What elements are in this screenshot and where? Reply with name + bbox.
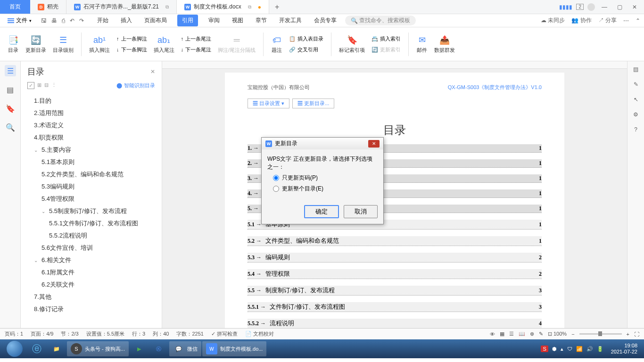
toc-item[interactable]: 8.修订记录 — [25, 303, 158, 315]
search-icon[interactable]: 🔍 — [5, 122, 16, 133]
doc-toc-row[interactable]: 5.2 →文件类型、编码和命名规范1 — [248, 236, 542, 246]
zoom-in[interactable]: + — [627, 331, 629, 337]
battery-icon[interactable]: 🔋 — [597, 346, 603, 352]
toolbar-tab-4[interactable]: 审阅 — [206, 15, 222, 26]
doc-toc-row[interactable]: 5.5.2 →流程说明4 — [248, 319, 542, 328]
update-toc-button[interactable]: ☰ 更新目录... — [292, 99, 334, 108]
update-toc-button[interactable]: 🔄更新目录 — [24, 34, 48, 54]
collab-button[interactable]: 👥 协作 — [571, 16, 591, 25]
tab-doc2[interactable]: W制度文件模板.docx⧉● — [177, 0, 269, 14]
pencil-icon[interactable]: ✎ — [634, 81, 638, 88]
toc-item[interactable]: 2.适用范围 — [25, 107, 158, 119]
help-icon[interactable]: ? — [634, 126, 637, 133]
toolbar-tab-1[interactable]: 插入 — [119, 15, 134, 26]
toc-settings-button[interactable]: ☰ 目录设置 ▾ — [248, 99, 289, 108]
ime-icon[interactable]: S — [541, 346, 548, 352]
next-footnote[interactable]: ↓ 下一条脚注 — [115, 45, 149, 54]
update-index[interactable]: 🔄 更新索引 — [370, 45, 403, 54]
toc-item[interactable]: 3.术语定义 — [25, 119, 158, 132]
mass-button[interactable]: 📤数据群发 — [432, 34, 457, 54]
save-icon[interactable]: 🖫 — [41, 17, 47, 24]
sogou-button[interactable]: S头条号 - 搜狗高... — [67, 341, 129, 356]
section[interactable]: 节：2/3 — [61, 330, 78, 337]
dialog-close-button[interactable]: ✕ — [368, 140, 380, 148]
collapse-icon[interactable]: ⊟ — [44, 82, 49, 89]
collapse-icon[interactable]: ▤ — [633, 66, 638, 73]
insert-tof[interactable]: 📋 插入表目录 — [287, 34, 325, 43]
eye-icon[interactable]: 👁 — [490, 331, 495, 337]
toc-item[interactable]: 5.3编码规则 — [25, 181, 158, 193]
page-count[interactable]: 页面：4/9 — [31, 330, 53, 337]
redo-icon[interactable]: ↷ — [79, 17, 84, 24]
video-button[interactable]: ▶ — [130, 341, 149, 356]
line[interactable]: 行：3 — [132, 330, 145, 337]
next-endnote[interactable]: ↓ 下一条尾注 — [179, 45, 214, 54]
toc-button[interactable]: 📑目录 — [6, 34, 21, 54]
cancel-button[interactable]: 取消 — [344, 205, 378, 218]
close-icon[interactable]: ✕ — [150, 68, 155, 75]
toolbar-tab-7[interactable]: 开发工具 — [277, 15, 304, 26]
clock[interactable]: 19:082021-07-22 — [607, 343, 641, 355]
minimize-button[interactable]: — — [599, 4, 610, 10]
toolbar-tab-8[interactable]: 会员专享 — [312, 15, 339, 26]
explorer-button[interactable]: 📁 — [47, 341, 66, 356]
zoom-level[interactable]: ⊡ 100% — [548, 331, 567, 337]
toc-item[interactable]: 5.4管理权限 — [25, 193, 158, 205]
undo-icon[interactable]: ↶ — [70, 17, 74, 24]
check-icon[interactable]: ✓ — [27, 82, 34, 89]
toc-item[interactable]: 4.职责权限 — [25, 132, 158, 144]
page-no[interactable]: 页码：1 — [5, 330, 23, 337]
radio-all[interactable] — [273, 186, 279, 192]
insert-footnote[interactable]: ab¹插入脚注 — [87, 34, 112, 54]
avatar-icon[interactable] — [587, 3, 595, 11]
zoom-out[interactable]: − — [571, 331, 574, 337]
restore-icon[interactable]: ⧉ — [248, 4, 251, 10]
edit-icon[interactable]: ✎ — [539, 331, 543, 337]
file-menu[interactable]: 文件▾ — [4, 16, 35, 25]
flag-icon[interactable]: 🔖 — [5, 103, 16, 114]
wps-button[interactable]: W制度文件模板.do... — [202, 341, 266, 356]
toc-item[interactable]: 5.2文件类型、编码和命名规范 — [25, 168, 158, 181]
cross-ref[interactable]: 🔗 交叉引用 — [287, 45, 325, 54]
cursor-icon[interactable]: ↖ — [634, 96, 638, 103]
toc-item[interactable]: 5.1基本原则 — [25, 156, 158, 168]
proof-button[interactable]: 📄 文档校对 — [245, 330, 274, 337]
view-outline-icon[interactable]: ☰ — [509, 331, 514, 337]
close-button[interactable]: ✕ — [629, 4, 640, 10]
toolbar-tab-5[interactable]: 视图 — [230, 15, 245, 26]
insert-endnote[interactable]: ab₁插入尾注 — [152, 34, 176, 54]
tab-add[interactable]: + — [269, 0, 285, 14]
word-count[interactable]: 字数：2251 — [176, 330, 203, 337]
caption-button[interactable]: 🏷题注 — [269, 34, 284, 54]
zoom-thumb[interactable] — [598, 331, 602, 336]
fullscreen-icon[interactable]: ⛶ — [634, 331, 639, 337]
mark-index[interactable]: 🔖标记索引项 — [337, 34, 367, 54]
ie-button[interactable]: ⓔ — [27, 341, 46, 356]
settings-icon[interactable]: ⚙ — [633, 111, 638, 118]
kugou-button[interactable]: Ⓚ — [149, 341, 168, 356]
toolbar-tab-6[interactable]: 章节 — [254, 15, 269, 26]
toc-item[interactable]: 6.2关联文件 — [25, 279, 158, 291]
radio-pages[interactable] — [273, 175, 279, 181]
prev-footnote[interactable]: ↑ 上一条脚注 — [115, 34, 149, 43]
start-button[interactable] — [3, 341, 26, 356]
zoom-slider[interactable] — [579, 333, 622, 335]
more-icon[interactable]: ⋮ — [51, 82, 57, 89]
tab-doc1[interactable]: W石河子市声浩养..._最新版7.21⧉ — [66, 0, 177, 14]
dialog-titlebar[interactable]: W更新目录✕ — [262, 138, 383, 149]
expand-icon[interactable]: ⌃ — [636, 17, 640, 24]
ai-toc-button[interactable]: ⬤智能识别目录 — [116, 82, 155, 89]
sync-button[interactable]: ☁ 未同步 — [541, 16, 565, 25]
toolbar-tab-0[interactable]: 开始 — [95, 15, 110, 26]
tab-shell[interactable]: D稻壳 — [30, 0, 66, 14]
position[interactable]: 设置值：5.5厘米 — [86, 330, 124, 337]
toc-item[interactable]: ⌄5.主要内容 — [25, 144, 158, 156]
column[interactable]: 列：40 — [153, 330, 169, 337]
toc-item[interactable]: ⌄6.相关文件 — [25, 254, 158, 266]
toc-item[interactable]: 5.6文件宣传、培训 — [25, 242, 158, 254]
maximize-button[interactable]: ▢ — [614, 4, 625, 10]
doc-toc-row[interactable]: 5.5 →制度制订/修订、发布流程3 — [248, 286, 542, 296]
ruler[interactable] — [162, 61, 627, 69]
doc-toc-row[interactable]: 5.4 →管理权限2 — [248, 269, 542, 279]
badge[interactable]: 2 — [576, 4, 584, 10]
